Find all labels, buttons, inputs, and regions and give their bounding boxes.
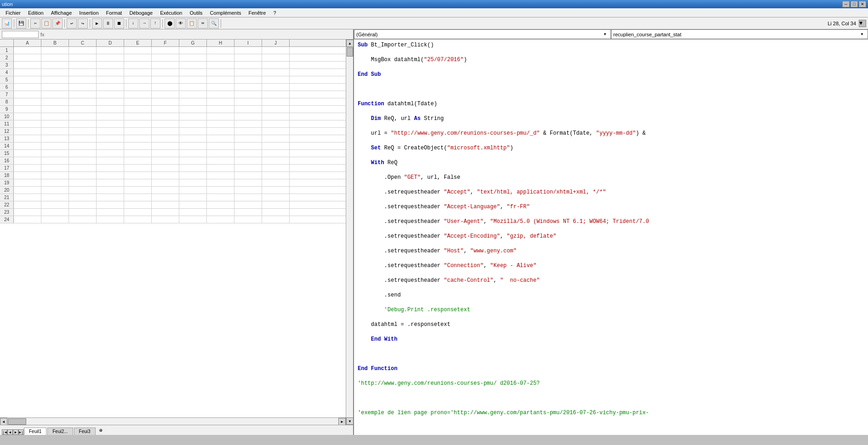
cell-16-D[interactable]	[97, 157, 124, 164]
cell-2-C[interactable]	[69, 54, 97, 61]
toolbar-locals[interactable]: 📋	[187, 18, 197, 29]
toolbar-undo[interactable]: ↩	[67, 18, 77, 29]
cell-7-D[interactable]	[97, 91, 124, 98]
cell-18-G[interactable]	[179, 172, 207, 179]
menu-insertion[interactable]: Insertion	[75, 9, 102, 17]
cell-7-E[interactable]	[124, 91, 152, 98]
cell-19-A[interactable]	[14, 179, 41, 186]
cell-4-D[interactable]	[97, 69, 124, 76]
cell-17-I[interactable]	[234, 165, 262, 171]
cell-22-B[interactable]	[41, 201, 69, 208]
cell-1-J[interactable]	[262, 47, 290, 54]
cell-19-C[interactable]	[69, 179, 97, 186]
cell-24-G[interactable]	[179, 216, 207, 223]
cell-10-A[interactable]	[14, 113, 41, 120]
toolbar-find[interactable]: 🔍	[209, 18, 219, 29]
cell-15-H[interactable]	[207, 150, 234, 157]
tab-scroll-first[interactable]: |◄	[2, 429, 7, 435]
menu-affichage[interactable]: Affichage	[47, 9, 76, 17]
cell-15-A[interactable]	[14, 150, 41, 157]
menu-execution[interactable]: Exécution	[156, 9, 186, 17]
cell-20-H[interactable]	[207, 187, 234, 194]
menu-help[interactable]: ?	[269, 9, 280, 17]
cell-15-B[interactable]	[41, 150, 69, 157]
cell-18-B[interactable]	[41, 172, 69, 179]
cell-21-G[interactable]	[179, 194, 207, 201]
cell-24-C[interactable]	[69, 216, 97, 223]
cell-7-B[interactable]	[41, 91, 69, 98]
cell-19-J[interactable]	[262, 179, 290, 186]
cell-11-H[interactable]	[207, 120, 234, 127]
cell-14-A[interactable]	[14, 143, 41, 149]
cell-14-D[interactable]	[97, 143, 124, 149]
cell-1-F[interactable]	[152, 47, 179, 54]
cell-22-J[interactable]	[262, 201, 290, 208]
menu-format[interactable]: Format	[103, 9, 126, 17]
sheet-tab-feuil1[interactable]: Feuil1	[24, 428, 46, 435]
cell-2-E[interactable]	[124, 54, 152, 61]
cell-1-B[interactable]	[41, 47, 69, 54]
cell-20-I[interactable]	[234, 187, 262, 194]
cell-11-A[interactable]	[14, 120, 41, 127]
cell-6-F[interactable]	[152, 84, 179, 91]
toolbar-step-out[interactable]: ↑	[150, 18, 160, 29]
cell-9-B[interactable]	[41, 106, 69, 113]
toolbar-redo[interactable]: ↪	[78, 18, 88, 29]
cell-10-B[interactable]	[41, 113, 69, 120]
cell-7-J[interactable]	[262, 91, 290, 98]
cell-3-A[interactable]	[14, 62, 41, 68]
cell-11-C[interactable]	[69, 120, 97, 127]
cell-22-E[interactable]	[124, 201, 152, 208]
toolbar-paste[interactable]: 📌	[52, 18, 63, 29]
cell-10-D[interactable]	[97, 113, 124, 120]
cell-18-F[interactable]	[152, 172, 179, 179]
cell-5-G[interactable]	[179, 76, 207, 83]
cell-23-J[interactable]	[262, 209, 290, 216]
cell-1-A[interactable]	[14, 47, 41, 54]
cell-6-A[interactable]	[14, 84, 41, 91]
cell-11-E[interactable]	[124, 120, 152, 127]
cell-22-F[interactable]	[152, 201, 179, 208]
cell-21-C[interactable]	[69, 194, 97, 201]
cell-19-D[interactable]	[97, 179, 124, 186]
vscroll-up[interactable]: ▲	[346, 40, 353, 47]
cell-10-E[interactable]	[124, 113, 152, 120]
cell-12-I[interactable]	[234, 128, 262, 135]
cell-8-J[interactable]	[262, 98, 290, 105]
cell-24-H[interactable]	[207, 216, 234, 223]
cell-19-F[interactable]	[152, 179, 179, 186]
cell-23-E[interactable]	[124, 209, 152, 216]
cell-12-G[interactable]	[179, 128, 207, 135]
cell-16-C[interactable]	[69, 157, 97, 164]
cell-21-F[interactable]	[152, 194, 179, 201]
cell-11-G[interactable]	[179, 120, 207, 127]
toolbar-step-into[interactable]: ↓	[128, 18, 138, 29]
cell-1-G[interactable]	[179, 47, 207, 54]
cell-6-B[interactable]	[41, 84, 69, 91]
cell-8-C[interactable]	[69, 98, 97, 105]
cell-4-F[interactable]	[152, 69, 179, 76]
cell-14-I[interactable]	[234, 143, 262, 149]
cell-23-B[interactable]	[41, 209, 69, 216]
cell-15-G[interactable]	[179, 150, 207, 157]
cell-5-H[interactable]	[207, 76, 234, 83]
cell-12-C[interactable]	[69, 128, 97, 135]
cell-13-I[interactable]	[234, 135, 262, 142]
cell-5-J[interactable]	[262, 76, 290, 83]
menu-outils[interactable]: Outils	[186, 9, 206, 17]
cell-4-H[interactable]	[207, 69, 234, 76]
cell-12-E[interactable]	[124, 128, 152, 135]
cell-16-B[interactable]	[41, 157, 69, 164]
name-box[interactable]	[2, 31, 39, 38]
cell-7-H[interactable]	[207, 91, 234, 98]
cell-24-I[interactable]	[234, 216, 262, 223]
cell-11-B[interactable]	[41, 120, 69, 127]
cell-17-C[interactable]	[69, 165, 97, 171]
cell-23-F[interactable]	[152, 209, 179, 216]
cell-5-I[interactable]	[234, 76, 262, 83]
toolbar-save[interactable]: 💾	[16, 18, 26, 29]
cell-8-A[interactable]	[14, 98, 41, 105]
cell-13-J[interactable]	[262, 135, 290, 142]
cell-15-D[interactable]	[97, 150, 124, 157]
toolbar-pause[interactable]: ⏸	[103, 18, 113, 29]
